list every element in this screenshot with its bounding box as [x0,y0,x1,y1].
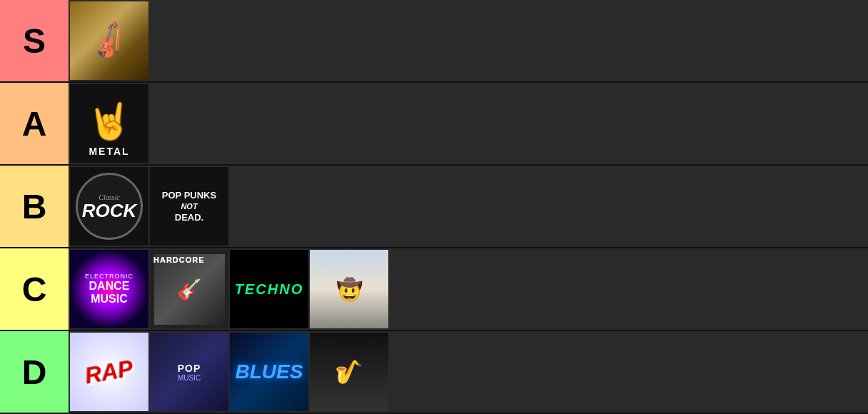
tier-items-b: Classic ROCK POP PUNKS NOT DEAD. [69,166,868,247]
pop-punk-genre: POP PUNKS NOT DEAD. [150,167,228,246]
tier-row-d: D RAP POP MUSIC BLUES [0,331,868,414]
blues-genre: BLUES [230,333,308,411]
tier-label-b: B [0,166,69,247]
tier-row-b: B Classic ROCK POP PUNKS NOT DEAD. [0,166,868,248]
list-item[interactable]: POP PUNKS NOT DEAD. [150,167,228,246]
classic-rock-genre: Classic ROCK [70,167,148,246]
techno-genre: TECHNO [230,250,308,328]
tier-label-c: C [0,248,69,330]
list-item[interactable]: POP MUSIC [150,333,228,411]
list-item[interactable] [310,333,388,411]
edm-genre: ELECTRONIC DANCEMUSIC [70,250,148,328]
list-item[interactable]: Classic ROCK [70,167,148,246]
pop-genre: POP MUSIC [150,333,228,411]
tier-label-s: S [0,0,69,81]
list-item[interactable]: ELECTRONIC DANCEMUSIC [70,250,148,328]
tier-items-c: ELECTRONIC DANCEMUSIC HARDCORE 🎸 TECHNO [69,248,868,330]
tier-label-d: D [0,331,69,413]
list-item[interactable]: BLUES [230,333,308,411]
list-item[interactable]: HARDCORE 🎸 [150,250,228,328]
list-item[interactable] [70,84,148,163]
hardcore-genre: HARDCORE 🎸 [150,250,228,328]
list-item[interactable]: RAP [70,333,148,411]
tier-items-s [69,0,868,81]
classical-genre [70,1,148,80]
jazz-genre [310,333,388,411]
tier-row-a: A [0,83,868,166]
list-item[interactable]: TECHNO [230,250,308,328]
techno-label: TECHNO [235,281,303,298]
rap-genre: RAP [70,333,148,411]
metal-genre [70,84,148,163]
list-item[interactable] [70,1,148,80]
tier-items-d: RAP POP MUSIC BLUES [69,331,868,413]
tier-row-c: C ELECTRONIC DANCEMUSIC HARDCORE 🎸 TECHN [0,248,868,331]
tier-label-a: A [0,83,69,164]
list-item[interactable] [310,250,388,328]
tier-row-s: S [0,0,868,83]
tier-items-a [69,83,868,164]
tier-list: S A B Classic ROCK [0,0,868,414]
country-genre [310,250,388,328]
